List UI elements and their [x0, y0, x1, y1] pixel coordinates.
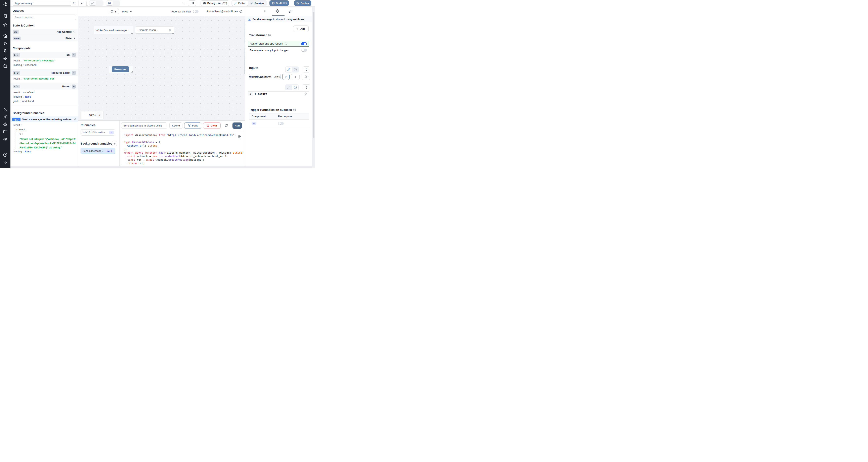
collapse-chevron-up-icon[interactable]: [72, 85, 76, 89]
output-key[interactable]: result: [13, 124, 20, 127]
component-row-a[interactable]: a Text: [10, 52, 78, 58]
users-person-icon[interactable]: [3, 107, 7, 112]
cache-button[interactable]: Cache: [169, 123, 182, 129]
folders-icon[interactable]: [3, 130, 7, 134]
output-row-state[interactable]: state State: [10, 35, 78, 41]
press-me-button[interactable]: Press me: [112, 66, 129, 72]
fullscreen-layout-button[interactable]: [89, 1, 96, 5]
collapse-chevron-up-icon[interactable]: [72, 53, 76, 57]
scrollbar-thumb[interactable]: [313, 12, 314, 138]
more-menu-kebab-icon[interactable]: [181, 1, 185, 5]
background-runnable-item-bg0[interactable]: Send a message... bg_0: [81, 148, 115, 154]
info-icon[interactable]: [268, 34, 271, 37]
edit-pencil-icon[interactable]: [74, 118, 76, 121]
collapse-chevron-up-icon[interactable]: [72, 71, 76, 75]
fork-button[interactable]: Fork: [184, 123, 201, 129]
clear-x-icon[interactable]: [276, 75, 279, 78]
code-editor[interactable]: import discordwebhook from "https://deno…: [121, 131, 244, 165]
deploy-button[interactable]: Deploy: [294, 0, 311, 6]
undo-button[interactable]: [70, 1, 79, 6]
help-icon[interactable]: [3, 153, 7, 157]
tab-preview[interactable]: Preview: [248, 1, 267, 6]
output-key[interactable]: jobId: [13, 100, 19, 103]
connect-plug-button[interactable]: [303, 66, 310, 72]
docs-book-button[interactable]: [188, 0, 196, 6]
run-mode-select[interactable]: once: [122, 9, 132, 14]
eval-mode-button[interactable]: f: [292, 85, 299, 90]
variables-dollar-icon[interactable]: [3, 48, 7, 53]
refresh-count-button[interactable]: 1: [108, 9, 119, 14]
output-key[interactable]: loading: [13, 95, 22, 98]
copy-code-icon[interactable]: [238, 135, 241, 138]
tab-component-settings[interactable]: [276, 9, 280, 13]
resource-picker-field[interactable]: u/henri/te...: [249, 74, 281, 80]
run-on-start-toggle[interactable]: [301, 42, 307, 45]
resources-cubes-icon[interactable]: [3, 56, 7, 61]
home-icon[interactable]: [3, 34, 7, 38]
vertical-scrollbar[interactable]: [312, 7, 315, 168]
static-pencil-mode-button[interactable]: [285, 85, 292, 90]
recompute-row-toggle[interactable]: [278, 122, 284, 125]
expand-icon[interactable]: [305, 93, 307, 95]
component-row-b[interactable]: b Resource Select: [10, 70, 78, 76]
info-icon[interactable]: [284, 42, 287, 45]
tab-editor[interactable]: Editor: [232, 1, 248, 6]
output-key[interactable]: loading: [13, 150, 22, 153]
connect-plug-button[interactable]: [303, 84, 310, 90]
hide-bar-toggle[interactable]: [193, 10, 198, 13]
clear-x-icon[interactable]: [169, 29, 172, 32]
workspace-icon[interactable]: [3, 14, 7, 19]
tab-insert-component[interactable]: [263, 9, 267, 13]
resize-handle[interactable]: [131, 71, 133, 72]
output-row-ctx[interactable]: ctx App Context: [10, 29, 78, 35]
text-component-a[interactable]: Write Discord message:: [94, 26, 133, 34]
recompute-toggle[interactable]: [301, 48, 307, 52]
redo-button[interactable]: [79, 1, 87, 6]
runs-play-icon[interactable]: [3, 41, 7, 45]
refresh-resource-button[interactable]: [302, 74, 310, 80]
message-expression-editor[interactable]: 1 b.result: [248, 91, 309, 96]
background-runnable-row-bg0[interactable]: bg_0 Send a message to discord using web…: [10, 117, 78, 122]
debug-runs-button[interactable]: Debug runs (23): [200, 0, 229, 6]
output-key[interactable]: result: [13, 59, 20, 62]
chevron-down-icon[interactable]: [73, 37, 76, 40]
static-pencil-mode-button[interactable]: [285, 67, 292, 72]
collapse-sidebar-arrow-icon[interactable]: [3, 160, 7, 164]
add-transformer-button[interactable]: Add: [293, 26, 309, 32]
schedules-calendar-icon[interactable]: [3, 64, 7, 68]
resize-handle[interactable]: [173, 32, 174, 34]
output-key[interactable]: 0: [20, 132, 21, 135]
desktop-view-button[interactable]: [106, 1, 113, 5]
horizontal-scrollbar[interactable]: [10, 166, 312, 168]
workers-robot-icon[interactable]: [3, 122, 7, 127]
zoom-in-button[interactable]: +: [96, 112, 102, 118]
audit-eye-icon[interactable]: [3, 137, 7, 141]
settings-gear-icon[interactable]: [3, 114, 7, 119]
component-row-c[interactable]: c Button: [10, 83, 78, 90]
output-key[interactable]: result: [13, 91, 20, 94]
windmill-logo-icon[interactable]: [3, 2, 8, 7]
reload-code-button[interactable]: [222, 123, 230, 129]
app-canvas[interactable]: Write Discord message: Example resou... …: [78, 16, 245, 121]
favorites-star-icon[interactable]: [3, 23, 7, 27]
info-icon[interactable]: [293, 108, 296, 111]
runnable-item-c[interactable]: hub/1511/discord/se... c: [81, 129, 115, 135]
resource-select-input[interactable]: Example resou...: [135, 26, 174, 34]
search-outputs-input[interactable]: [13, 14, 76, 20]
info-icon[interactable]: [239, 10, 242, 13]
create-resource-button[interactable]: [291, 74, 300, 80]
runnable-name-input[interactable]: [121, 123, 167, 129]
eval-mode-button[interactable]: f: [292, 67, 299, 72]
resize-handle[interactable]: [131, 32, 133, 34]
clear-button[interactable]: Clear: [203, 123, 221, 129]
tab-styling[interactable]: [289, 9, 292, 13]
output-key[interactable]: loading: [13, 63, 22, 66]
output-key[interactable]: content: [17, 128, 25, 131]
zoom-out-button[interactable]: −: [81, 113, 88, 117]
edit-resource-button[interactable]: [282, 74, 289, 80]
chevron-down-icon[interactable]: [73, 31, 76, 33]
output-key[interactable]: result: [13, 77, 20, 80]
run-button[interactable]: Run: [232, 123, 242, 129]
draft-save-button[interactable]: Draft ⌘S: [270, 0, 289, 6]
add-background-runnable-button[interactable]: [112, 141, 117, 146]
